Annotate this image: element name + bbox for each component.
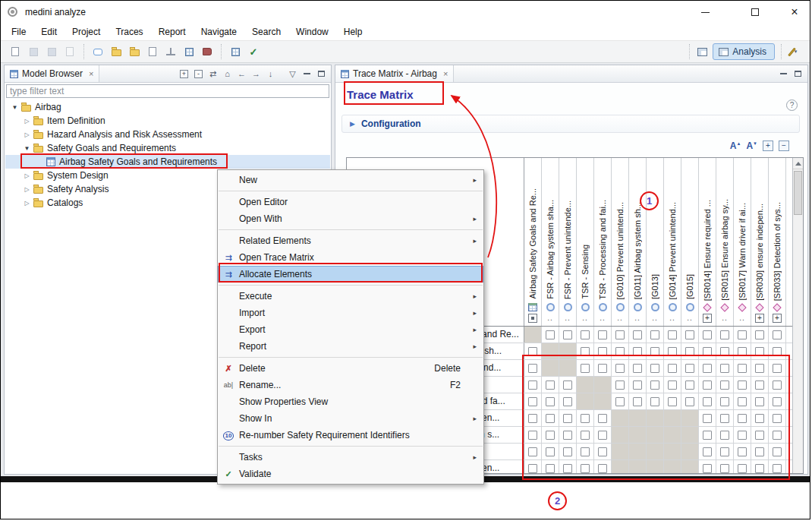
matrix-cell[interactable] — [734, 377, 751, 393]
configuration-section[interactable]: ▶ Configuration — [341, 115, 800, 133]
collapse-all-icon[interactable]: - — [192, 68, 205, 81]
matrix-cell[interactable] — [629, 460, 647, 473]
trace-checkbox[interactable] — [650, 380, 659, 390]
trace-checkbox[interactable] — [598, 347, 607, 356]
matrix-column-header[interactable]: [SR017] Warn driver if ai..... — [734, 158, 751, 326]
trace-checkbox[interactable] — [773, 347, 782, 356]
trace-checkbox[interactable] — [755, 447, 764, 456]
trace-checkbox[interactable] — [633, 330, 642, 339]
matrix-cell[interactable] — [542, 327, 559, 343]
menu-item-re-number-safety-requirement-identifiers[interactable]: 10Re-number Safety Requirement Identifie… — [218, 427, 483, 444]
matrix-cell[interactable] — [769, 460, 786, 473]
matrix-cell[interactable] — [594, 327, 612, 343]
matrix-cell[interactable] — [612, 393, 629, 409]
trace-checkbox[interactable] — [546, 414, 555, 423]
trace-checkbox[interactable] — [668, 364, 677, 373]
maximize-button[interactable] — [735, 1, 775, 24]
trace-checkbox[interactable] — [773, 330, 782, 339]
trace-checkbox[interactable] — [685, 397, 694, 406]
matrix-cell[interactable] — [594, 460, 612, 473]
trace-checkbox[interactable] — [546, 447, 555, 456]
matrix-cell[interactable] — [647, 393, 664, 409]
matrix-cell[interactable] — [734, 427, 751, 443]
view-menu-icon[interactable]: ▽ — [286, 68, 299, 81]
trace-checkbox[interactable] — [633, 364, 642, 373]
matrix-cell[interactable] — [577, 410, 594, 426]
trace-checkbox[interactable] — [615, 364, 625, 373]
trace-checkbox[interactable] — [755, 364, 764, 373]
trace-checkbox[interactable] — [720, 464, 729, 473]
matrix-cell[interactable] — [542, 343, 559, 359]
trace-checkbox[interactable] — [668, 347, 677, 356]
matrix-cell[interactable] — [699, 460, 716, 473]
menu-item-delete[interactable]: ✗DeleteDelete — [218, 360, 483, 377]
trace-checkbox[interactable] — [581, 364, 590, 373]
menu-navigate[interactable]: Navigate — [194, 25, 244, 39]
trace-checkbox[interactable] — [720, 397, 729, 406]
matrix-cell[interactable] — [716, 327, 734, 343]
trace-checkbox[interactable] — [773, 380, 782, 390]
expand-column-icon[interactable]: + — [703, 314, 712, 323]
matrix-cell[interactable] — [716, 460, 734, 473]
trace-checkbox[interactable] — [703, 464, 712, 473]
trace-checkbox[interactable] — [598, 431, 607, 440]
sort-icon[interactable]: ↓ — [264, 68, 277, 81]
matrix-cell[interactable] — [612, 377, 629, 393]
menu-traces[interactable]: Traces — [108, 25, 150, 39]
new-element-icon-button[interactable] — [7, 43, 24, 60]
comment-icon-button[interactable] — [90, 43, 106, 60]
menu-item-new[interactable]: New▸ — [218, 172, 483, 188]
tree-item-airbag[interactable]: ▼Airbag — [5, 100, 330, 114]
trace-checkbox[interactable] — [546, 464, 555, 473]
trace-checkbox[interactable] — [703, 397, 712, 406]
trace-checkbox[interactable] — [755, 414, 764, 423]
matrix-column-header[interactable]: [G011] Airbag system sh..... — [629, 158, 647, 326]
trace-checkbox[interactable] — [598, 464, 607, 473]
trace-checkbox[interactable] — [720, 380, 729, 390]
matrix-column-header[interactable]: TSR - Sensing.. — [577, 158, 594, 326]
twistie-icon[interactable]: ▼ — [10, 104, 20, 111]
menu-item-execute[interactable]: Execute▸ — [218, 288, 483, 305]
trace-checkbox[interactable] — [581, 347, 590, 356]
matrix-cell[interactable] — [524, 393, 542, 409]
forward-icon[interactable]: → — [250, 68, 263, 81]
matrix-cell[interactable] — [716, 444, 734, 459]
matrix-cell[interactable] — [629, 444, 647, 459]
menu-search[interactable]: Search — [244, 25, 288, 39]
matrix-cell[interactable] — [734, 393, 751, 409]
expand-all-icon[interactable]: + — [178, 68, 190, 81]
trace-checkbox[interactable] — [738, 414, 747, 423]
matrix-cell[interactable] — [751, 427, 769, 443]
matrix-cell[interactable] — [734, 460, 751, 473]
matrix-cell[interactable] — [769, 343, 786, 359]
trace-checkbox[interactable] — [720, 330, 729, 339]
menu-item-show-properties-view[interactable]: Show Properties View — [218, 393, 483, 410]
trace-checkbox[interactable] — [755, 431, 764, 440]
close-view-icon[interactable]: × — [443, 69, 448, 78]
font-decrease-button[interactable]: A▼ — [746, 141, 757, 151]
matrix-cell[interactable] — [769, 377, 786, 393]
weigh-risk-icon-button[interactable] — [162, 43, 179, 60]
matrix-cell[interactable] — [734, 343, 751, 359]
matrix-cell[interactable] — [681, 393, 699, 409]
matrix-cell[interactable] — [559, 360, 577, 376]
matrix-cell[interactable] — [559, 427, 577, 443]
matrix-cell[interactable] — [559, 460, 577, 473]
matrix-cell[interactable] — [716, 360, 734, 376]
expand-column-icon[interactable]: + — [755, 314, 764, 323]
trace-checkbox[interactable] — [615, 330, 625, 339]
trace-checkbox[interactable] — [720, 347, 729, 356]
matrix-cell[interactable] — [524, 343, 542, 359]
expand-column-icon[interactable]: + — [773, 314, 782, 323]
matrix-cell[interactable] — [577, 327, 594, 343]
link-with-editor-icon[interactable]: ⇄ — [206, 68, 219, 81]
matrix-cell[interactable] — [542, 460, 559, 473]
trace-checkbox[interactable] — [563, 397, 572, 406]
matrix-cell[interactable] — [751, 444, 769, 459]
trace-checkbox[interactable] — [581, 447, 590, 456]
trace-checkbox[interactable] — [703, 380, 712, 390]
matrix-cell[interactable] — [664, 460, 681, 473]
scrollbar-thumb[interactable] — [794, 171, 802, 215]
matrix-cell[interactable] — [629, 410, 647, 426]
matrix-column-header[interactable]: [G013].. — [647, 158, 664, 326]
